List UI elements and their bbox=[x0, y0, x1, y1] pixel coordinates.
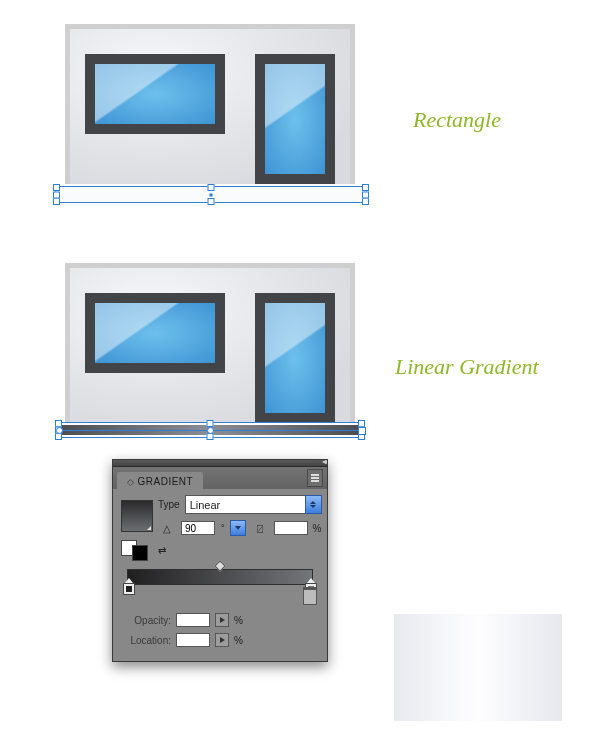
handle-bottom-right[interactable] bbox=[362, 198, 369, 205]
glass-shine bbox=[95, 303, 215, 363]
handle-top-left[interactable] bbox=[53, 184, 60, 191]
selected-rectangle[interactable] bbox=[55, 186, 367, 203]
location-flyout-button[interactable] bbox=[215, 633, 229, 647]
dropdown-arrows-icon[interactable] bbox=[305, 495, 322, 514]
gradient-swatch[interactable] bbox=[121, 500, 153, 532]
figure-gradient bbox=[60, 263, 360, 423]
window-glass bbox=[95, 64, 215, 124]
panel-grip[interactable] bbox=[113, 460, 327, 467]
glass-shine bbox=[95, 64, 215, 124]
label-rectangle: Rectangle bbox=[413, 107, 501, 133]
handle-left-center[interactable] bbox=[53, 191, 60, 198]
window-frame bbox=[85, 293, 225, 373]
gradient-slider[interactable] bbox=[127, 569, 313, 585]
handle-bottom-left[interactable] bbox=[53, 198, 60, 205]
angle-icon: △ bbox=[158, 520, 176, 536]
building bbox=[65, 24, 355, 184]
window-glass bbox=[95, 303, 215, 363]
opacity-flyout-button[interactable] bbox=[215, 613, 229, 627]
type-dropdown[interactable]: Linear bbox=[185, 495, 322, 514]
opacity-input[interactable] bbox=[176, 613, 210, 627]
panel-tab-row: GRADIENT bbox=[113, 467, 327, 489]
angle-input[interactable] bbox=[181, 521, 215, 535]
delete-stop-icon[interactable] bbox=[303, 589, 317, 605]
reverse-gradient-icon[interactable]: ⇄ bbox=[153, 543, 171, 559]
aspect-ratio-icon: ⍁ bbox=[251, 520, 269, 536]
building bbox=[65, 263, 355, 423]
degree-label bbox=[220, 523, 225, 534]
angle-stepper-button[interactable] bbox=[230, 520, 246, 536]
type-label: Type bbox=[158, 499, 180, 510]
gradient-end-handle[interactable] bbox=[358, 427, 366, 435]
location-label: Location: bbox=[121, 635, 171, 646]
door-frame bbox=[255, 293, 335, 423]
gradient-stop-left[interactable] bbox=[123, 583, 135, 595]
location-percent-label: % bbox=[234, 635, 243, 646]
handle-top-right[interactable] bbox=[362, 184, 369, 191]
gradient-panel: GRADIENT Type Linear △ bbox=[112, 459, 328, 662]
figure-rectangle bbox=[60, 24, 360, 184]
door-frame bbox=[255, 54, 335, 184]
gradient-mid-handle[interactable] bbox=[207, 427, 214, 434]
door-glass bbox=[265, 64, 325, 174]
location-input[interactable] bbox=[176, 633, 210, 647]
handle-bottom-center[interactable] bbox=[208, 198, 215, 205]
panel-body: Type Linear △ ⍁ % bbox=[113, 489, 327, 661]
stroke-chip-black[interactable] bbox=[132, 545, 148, 561]
gradient-start-handle[interactable] bbox=[56, 427, 63, 434]
door-glass bbox=[265, 303, 325, 413]
label-linear-gradient: Linear Gradient bbox=[395, 354, 539, 380]
gradient-preview-swatch bbox=[394, 614, 562, 721]
ratio-percent-label: % bbox=[313, 523, 322, 534]
opacity-label: Opacity: bbox=[121, 615, 171, 626]
type-value: Linear bbox=[190, 499, 221, 511]
glass-shine bbox=[265, 64, 325, 174]
glass-shine bbox=[265, 303, 325, 413]
panel-menu-button[interactable] bbox=[307, 469, 323, 487]
midpoint-diamond-icon[interactable] bbox=[214, 560, 225, 571]
ratio-input[interactable] bbox=[274, 521, 308, 535]
opacity-percent-label: % bbox=[234, 615, 243, 626]
window-frame bbox=[85, 54, 225, 134]
panel-tab-gradient[interactable]: GRADIENT bbox=[117, 472, 203, 490]
handle-right-center[interactable] bbox=[362, 191, 369, 198]
center-handle[interactable] bbox=[210, 193, 213, 196]
handle-top-center[interactable] bbox=[208, 184, 215, 191]
